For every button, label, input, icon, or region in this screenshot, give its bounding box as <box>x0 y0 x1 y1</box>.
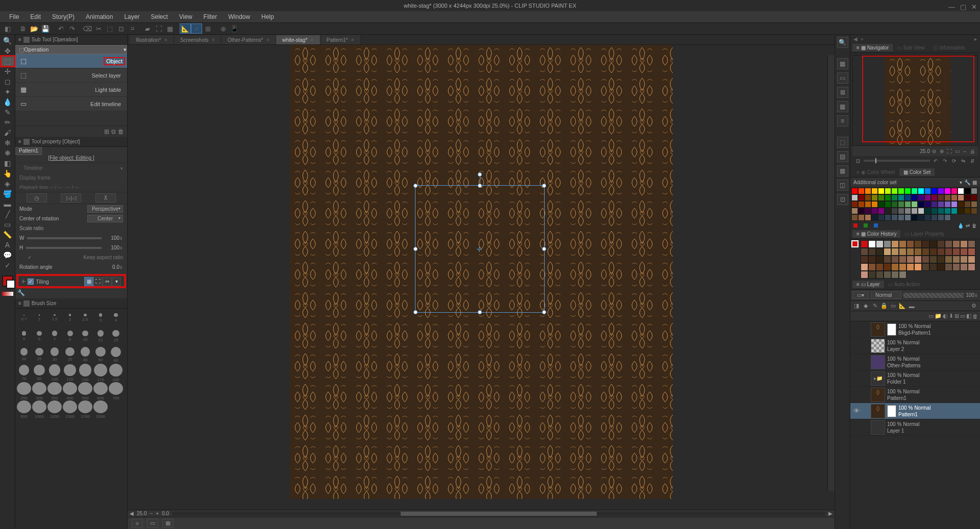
collapse-panel-icon[interactable]: ◀ <box>853 36 857 42</box>
figure-tool-icon[interactable]: ╱ <box>1 209 14 219</box>
color-swatch[interactable] <box>871 214 878 221</box>
brush-size-cell[interactable]: 120 <box>62 364 78 382</box>
new-correction-icon[interactable]: ◐ <box>943 313 948 319</box>
history-swatch[interactable] <box>868 263 876 271</box>
duplicate-subtool-icon[interactable]: ⧉ <box>111 128 116 135</box>
doc-tab-illustration[interactable]: Illustration*× <box>130 35 174 44</box>
resize-handle-icon[interactable] <box>413 184 418 188</box>
color-swatch[interactable] <box>938 201 944 208</box>
history-swatch[interactable] <box>906 263 914 271</box>
history-swatch[interactable] <box>861 271 868 279</box>
color-swatch[interactable] <box>911 188 918 194</box>
history-swatch[interactable] <box>906 256 914 263</box>
decoration-tool-icon[interactable]: ❋ <box>1 148 14 158</box>
color-swatch[interactable] <box>944 214 951 221</box>
new-layer-icon[interactable]: ▭ <box>928 313 934 319</box>
history-swatch[interactable] <box>929 248 937 256</box>
color-swatch[interactable] <box>971 188 977 194</box>
color-swatch[interactable] <box>858 208 865 214</box>
color-swatch[interactable] <box>878 201 885 208</box>
center-dropdown[interactable]: Center <box>87 215 123 222</box>
reset-rotation-icon[interactable]: ⟳ <box>950 157 958 164</box>
color-swatch[interactable] <box>904 214 911 221</box>
history-swatch[interactable] <box>945 248 952 256</box>
clip-mask-icon[interactable]: ◨ <box>852 302 861 310</box>
history-swatch[interactable] <box>945 263 952 271</box>
color-swatch[interactable] <box>858 194 865 201</box>
color-set-edit-icon[interactable]: ▾ <box>960 180 962 185</box>
color-swatch[interactable] <box>944 194 951 201</box>
tone-icon[interactable]: ▦ <box>164 23 176 34</box>
history-swatch[interactable] <box>960 248 968 256</box>
brush-size-cell[interactable]: 4 <box>108 309 124 327</box>
navigator-view-frame[interactable] <box>862 56 974 142</box>
color-swatch[interactable] <box>871 194 878 201</box>
color-swatch[interactable] <box>865 201 871 208</box>
color-swatch[interactable] <box>944 201 951 208</box>
history-swatch[interactable] <box>906 248 914 256</box>
brush-size-cell[interactable]: 100 <box>47 364 62 382</box>
zoom-out-icon[interactable]: ◀ <box>130 511 134 516</box>
playback-prev-icon[interactable]: ◷ <box>27 193 47 203</box>
history-swatch[interactable] <box>914 248 922 256</box>
color-swatch[interactable] <box>891 194 898 201</box>
new-folder-icon[interactable]: 📁 <box>935 313 942 319</box>
history-swatch[interactable] <box>899 256 906 263</box>
color-swatch[interactable] <box>871 188 878 194</box>
snap-special-icon[interactable]: ⟋ <box>191 23 202 34</box>
color-swatch[interactable] <box>858 214 865 221</box>
file-object-link[interactable]: [File object: Editing ] <box>15 155 127 163</box>
color-swatch[interactable] <box>964 194 971 201</box>
smartphone-icon[interactable]: 📱 <box>229 23 240 34</box>
history-swatch[interactable] <box>952 240 960 248</box>
brush-size-cell[interactable]: 7 <box>47 327 62 345</box>
history-swatch[interactable] <box>937 240 945 248</box>
mask-icon[interactable]: ▭ <box>960 313 965 319</box>
navigator-preview[interactable] <box>852 55 978 146</box>
history-swatch[interactable] <box>861 263 868 271</box>
subtool-select-layer[interactable]: ⬚Select layer <box>15 68 127 83</box>
menu-help[interactable]: Help <box>256 12 279 21</box>
zoom-value[interactable]: 25.0 <box>137 511 146 516</box>
brush-size-cell[interactable]: 3 <box>93 309 108 327</box>
operation-tool-icon[interactable]: ⬚ <box>1 56 14 66</box>
layer-name-label[interactable]: Layer 2 <box>887 346 980 352</box>
scale-h-value[interactable]: 100 <box>111 245 119 250</box>
foreground-color-icon[interactable] <box>2 275 13 287</box>
brush-size-cell[interactable]: 35 <box>62 345 78 364</box>
lock-icon[interactable]: 🔒 <box>880 302 888 310</box>
brush-size-cell[interactable]: 0.7 <box>16 309 32 327</box>
assets-icon[interactable]: ⊕ <box>217 23 229 34</box>
color-swatch[interactable] <box>885 208 891 214</box>
doc-tab-pattern1[interactable]: Pattern1*× <box>321 35 361 44</box>
color-swatch[interactable] <box>898 208 904 214</box>
color-set-edit-icon[interactable]: 🔧 <box>964 180 970 185</box>
color-swatch[interactable] <box>911 208 918 214</box>
color-swatch[interactable] <box>858 188 865 194</box>
color-swatch[interactable] <box>958 201 964 208</box>
color-swatch[interactable] <box>858 201 865 208</box>
transfer-down-icon[interactable]: ⬇ <box>949 313 953 319</box>
color-swatch[interactable] <box>885 214 891 221</box>
layer-row[interactable]: 👁100 % NormalPattern1 <box>850 403 980 419</box>
color-swatch[interactable] <box>951 194 958 201</box>
draft-layer-icon[interactable]: ✎ <box>871 302 879 310</box>
layer-row[interactable]: 100 % NormalLayer 2 <box>850 338 980 354</box>
flip-v-icon[interactable]: ⇵ <box>969 157 976 164</box>
color-swatch[interactable] <box>958 208 964 214</box>
history-swatch[interactable] <box>968 256 975 263</box>
move-tool-icon[interactable]: ✥ <box>1 46 14 56</box>
canvas-viewport[interactable]: ✢ <box>128 45 835 510</box>
doc-tab-screenshots[interactable]: Screenshots× <box>174 35 222 44</box>
brush-size-cell[interactable]: 200 <box>108 364 124 382</box>
combine-icon[interactable]: ⊞ <box>954 313 959 319</box>
color-swatch[interactable] <box>851 208 858 214</box>
mask-enabled-icon[interactable]: ▭ <box>889 302 897 310</box>
brush-size-cell[interactable]: 1 <box>32 309 47 327</box>
color-swatch[interactable] <box>931 214 938 221</box>
color-swatch[interactable] <box>931 188 938 194</box>
history-swatch[interactable] <box>922 256 929 263</box>
tool-property-preset-tab[interactable]: Pattern1 <box>15 147 42 155</box>
history-swatch[interactable] <box>876 263 884 271</box>
history-swatch[interactable] <box>899 271 906 279</box>
